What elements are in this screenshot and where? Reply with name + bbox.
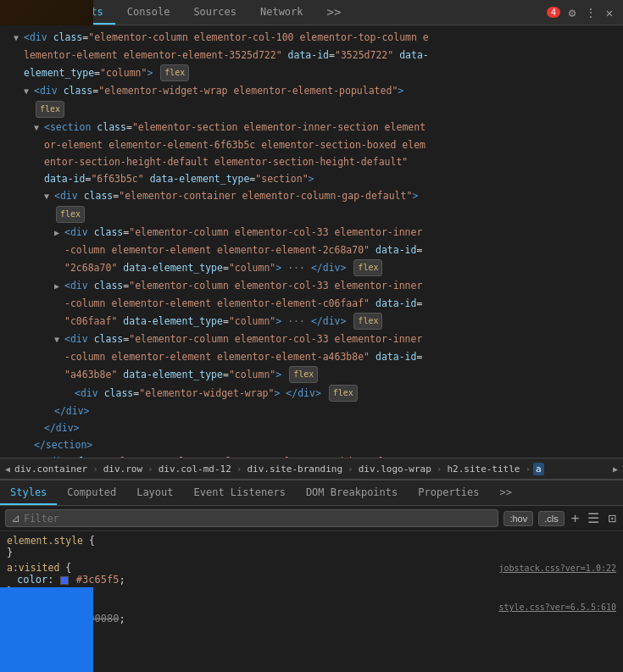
css-rule-close: } [7, 586, 616, 597]
breadcrumb-item-col[interactable]: div.col-md-12 [156, 463, 234, 475]
breadcrumb-left-arrow[interactable]: ◀ [5, 464, 10, 474]
color-swatch[interactable] [60, 576, 69, 585]
styles-panel: Styles Computed Layout Event Listeners D… [0, 480, 623, 672]
breadcrumb-sep: › [348, 464, 353, 475]
settings-icon[interactable]: ⚙ [565, 6, 579, 19]
css-prop-name: color [17, 574, 47, 586]
layout-icon[interactable]: ☰ [586, 508, 601, 528]
add-style-icon[interactable]: + [570, 508, 581, 528]
dom-line[interactable]: -column elementor-element elementor-elem… [0, 295, 623, 312]
tab-more[interactable]: >> [315, 0, 353, 25]
flex-badge: flex [36, 101, 64, 118]
filter-input[interactable] [24, 513, 492, 525]
css-rule-body: color: #800080; [7, 613, 616, 625]
css-rule-a-visited-2: a:visited { style.css?ver=6.5.5:610 colo… [7, 601, 616, 636]
styles-tabs: Styles Computed Layout Event Listeners D… [0, 480, 623, 506]
css-rule-close: } [7, 547, 616, 558]
tab-sources[interactable]: Sources [181, 0, 248, 25]
flex-badge: flex [56, 206, 85, 223]
tab-event-listeners[interactable]: Event Listeners [184, 480, 296, 505]
dom-line[interactable]: data-id="6f63b5c" data-element_type="sec… [0, 170, 623, 187]
dom-line[interactable]: flex [0, 205, 623, 224]
css-rules: element.style { } a:visited { jobstack.c… [0, 531, 623, 672]
css-rule-header: a:visited { style.css?ver=6.5.5:610 [7, 601, 616, 613]
dom-line[interactable]: <div class="elementor-container elemento… [0, 187, 623, 205]
breadcrumb-item-a[interactable]: a [533, 463, 544, 475]
dom-line[interactable]: "a463b8e" data-element_type="column"> fl… [0, 365, 623, 384]
dom-line[interactable]: element_type="column"> flex [0, 64, 623, 82]
flex-badge: flex [329, 385, 358, 402]
tab-dom-breakpoints[interactable]: DOM Breakpoints [296, 480, 408, 505]
breadcrumb-item-site-title[interactable]: h2.site-title [444, 463, 522, 475]
dom-line[interactable]: <div class="elementor-column elementor-c… [0, 330, 623, 348]
dom-content: <div class="elementor-column elementor-c… [0, 29, 623, 458]
breadcrumb-sep: › [437, 464, 442, 475]
css-rule-body: color: #3c65f5; [7, 574, 616, 586]
breadcrumb-right-arrow[interactable]: ▶ [613, 464, 618, 474]
breadcrumb-sep: › [525, 464, 531, 475]
dom-line[interactable]: </div> [0, 419, 623, 436]
dom-line[interactable]: -column elementor-element elementor-elem… [0, 242, 623, 258]
filter-bar: ⊿ :hov .cls + ☰ ⊡ [0, 506, 623, 531]
css-selector: element.style { [7, 535, 95, 547]
breadcrumb-sep: › [147, 464, 153, 475]
toolbar-right: 4 ⚙ ⋮ ✕ [547, 6, 623, 19]
breadcrumb-item-row[interactable]: div.row [101, 463, 145, 475]
css-rule-element-style: element.style { } [7, 535, 616, 558]
css-source-link[interactable]: jobstack.css?ver=1.0:22 [499, 564, 616, 573]
dom-line[interactable]: entor-section-height-default elementor-s… [0, 153, 623, 170]
arrow-icon[interactable] [24, 84, 34, 99]
arrow-icon[interactable] [34, 120, 44, 136]
tab-properties[interactable]: Properties [408, 480, 489, 505]
flex-badge: flex [289, 366, 318, 383]
tab-styles[interactable]: Styles [0, 480, 57, 505]
breadcrumb-item-container[interactable]: div.container [12, 463, 90, 475]
dom-line[interactable]: <div class="elementor-element elementor-… [0, 453, 623, 458]
dom-line[interactable]: <div class="elementor-column elementor-c… [0, 29, 623, 47]
arrow-icon[interactable] [14, 31, 24, 46]
dom-line[interactable]: -column elementor-element elementor-elem… [0, 348, 623, 365]
css-source-link[interactable]: style.css?ver=6.5.5:610 [499, 603, 616, 612]
arrow-icon[interactable] [34, 455, 44, 458]
breadcrumb-sep: › [92, 464, 98, 475]
arrow-icon[interactable] [54, 332, 64, 347]
dom-line[interactable]: <section class="elementor-section elemen… [0, 119, 623, 136]
dom-line[interactable]: <div class="elementor-column elementor-c… [0, 224, 623, 242]
tab-network[interactable]: Network [248, 0, 315, 25]
css-rule-a-visited-1: a:visited { jobstack.css?ver=1.0:22 colo… [7, 562, 616, 597]
css-prop-value: #3c65f5 [76, 574, 120, 586]
dom-line[interactable]: "c06faaf" data-element_type="column"> ··… [0, 312, 623, 330]
arrow-icon[interactable] [54, 279, 64, 294]
dom-line[interactable]: </div> [0, 403, 623, 419]
breadcrumb-sep: › [236, 464, 242, 475]
dom-line[interactable]: "2c68a70" data-element_type="column"> ··… [0, 258, 623, 277]
breadcrumb-item-site-branding[interactable]: div.site-branding [244, 463, 345, 475]
tab-more-styles[interactable]: >> [490, 480, 522, 505]
dom-line[interactable]: or-element elementor-element-6f63b5c ele… [0, 136, 623, 153]
error-badge: 4 [547, 7, 560, 18]
css-property-row: color: #800080; [17, 613, 616, 625]
tab-layout[interactable]: Layout [126, 480, 183, 505]
arrow-icon[interactable] [54, 225, 64, 241]
breadcrumb-item-logo-wrap[interactable]: div.logo-wrap [356, 463, 434, 475]
more-options-icon[interactable]: ⋮ [584, 6, 598, 19]
css-property-row: color: #3c65f5; [17, 574, 616, 586]
blue-card-bg [0, 587, 93, 672]
tab-console[interactable]: Console [115, 0, 182, 25]
css-rule-header: a:visited { jobstack.css?ver=1.0:22 [7, 562, 616, 574]
flex-badge: flex [353, 313, 382, 330]
dom-line[interactable]: </section> [0, 436, 623, 453]
dom-line[interactable]: <div class="elementor-widget-wrap"> </di… [0, 384, 623, 403]
hov-button[interactable]: :hov [503, 511, 533, 526]
arrow-icon[interactable] [44, 189, 54, 204]
css-rule-header: element.style { [7, 535, 616, 547]
close-icon[interactable]: ✕ [603, 6, 616, 19]
tab-computed[interactable]: Computed [57, 480, 126, 505]
cls-button[interactable]: .cls [538, 511, 565, 526]
dom-line[interactable]: flex [0, 100, 623, 119]
dom-line[interactable]: <div class="elementor-widget-wrap elemen… [0, 82, 623, 100]
dom-line[interactable]: lementor-element elementor-element-3525d… [0, 47, 623, 64]
dom-line[interactable]: <div class="elementor-column elementor-c… [0, 277, 623, 295]
toggle-icon[interactable]: ⊡ [606, 508, 618, 528]
filter-input-wrap: ⊿ [5, 509, 498, 527]
